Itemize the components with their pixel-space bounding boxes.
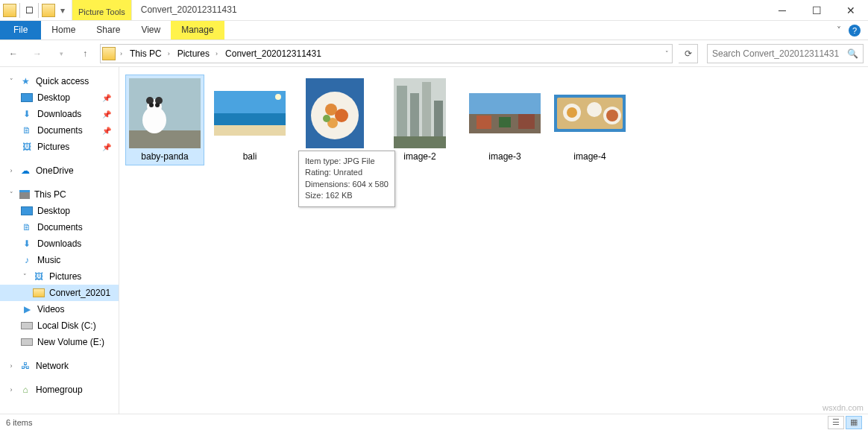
tree-label: Convert_20201	[49, 288, 110, 298]
tab-file[interactable]: File	[0, 21, 41, 39]
maximize-button[interactable]: ☐	[799, 0, 834, 20]
tree-label: Pictures	[49, 271, 81, 282]
folder-icon	[33, 288, 45, 297]
close-button[interactable]: ✕	[834, 0, 868, 20]
pc-icon	[19, 190, 30, 199]
tree-label: Desktop	[37, 206, 70, 216]
tree-label: Documents	[37, 222, 83, 233]
tree-label: Documents	[37, 125, 83, 136]
refresh-button[interactable]: ⟳	[679, 44, 698, 63]
chevron-down-icon[interactable]: ˅	[7, 191, 15, 198]
ribbon-expand-icon[interactable]: ˅	[837, 25, 841, 36]
tab-share[interactable]: Share	[86, 21, 130, 39]
navigation-tree: ˅ ★ Quick access Desktop📌 ⬇Downloads📌 🗎D…	[0, 67, 119, 414]
view-details-button[interactable]: ☰	[828, 416, 844, 429]
thumbnail-image	[554, 95, 626, 132]
documents-icon: 🗎	[21, 221, 33, 233]
status-bar: 6 items ☰ ▦	[0, 414, 868, 430]
chevron-right-icon[interactable]: ›	[166, 50, 172, 57]
tab-manage[interactable]: Manage	[171, 21, 224, 39]
tree-documents[interactable]: 🗎Documents📌	[0, 122, 119, 139]
chevron-right-icon[interactable]: ›	[7, 386, 15, 393]
tree-pc-documents[interactable]: 🗎Documents	[0, 219, 119, 235]
file-name: image-2	[403, 151, 435, 162]
minimize-button[interactable]: ─	[765, 0, 799, 20]
tab-view[interactable]: View	[130, 21, 171, 39]
svg-point-11	[275, 94, 281, 100]
tree-label: Local Disk (C:)	[37, 320, 96, 331]
view-thumbnails-button[interactable]: ▦	[846, 416, 862, 429]
svg-rect-10	[214, 125, 286, 136]
nav-recent-dropdown[interactable]: ▾	[52, 45, 70, 63]
svg-point-17	[323, 115, 330, 122]
qat-new-folder-icon[interactable]	[42, 4, 55, 17]
chevron-down-icon[interactable]: ˅	[21, 273, 28, 280]
qat-properties-icon[interactable]: ☐	[23, 5, 35, 16]
svg-point-35	[606, 110, 618, 121]
breadcrumb-seg[interactable]: Pictures	[173, 48, 213, 59]
tree-this-pc[interactable]: ˅This PC	[0, 186, 119, 203]
svg-rect-24	[469, 93, 541, 114]
breadcrumb-seg[interactable]: Convert_202012311431	[221, 48, 324, 59]
tooltip-line: Size: 162 KB	[305, 190, 389, 201]
tree-label: Downloads	[37, 238, 81, 249]
tree-onedrive[interactable]: ›☁OneDrive	[0, 162, 119, 179]
videos-icon: ▶	[21, 303, 33, 315]
tree-label: Desktop	[37, 92, 70, 103]
chevron-right-icon[interactable]: ›	[7, 362, 15, 370]
address-dropdown-icon[interactable]: ˅	[664, 50, 670, 57]
chevron-right-icon[interactable]: ›	[214, 50, 219, 57]
chevron-down-icon[interactable]: ˅	[7, 78, 15, 85]
svg-rect-9	[214, 113, 286, 127]
search-placeholder: Search Convert_202012311431	[712, 48, 847, 59]
tree-quick-access[interactable]: ˅ ★ Quick access	[0, 73, 119, 89]
tree-pc-music[interactable]: ♪Music	[0, 252, 119, 268]
downloads-icon: ⬇	[21, 238, 33, 250]
thumbnail-image	[469, 93, 541, 133]
help-icon[interactable]: ?	[849, 25, 861, 37]
tree-local-disk-c[interactable]: Local Disk (C:)	[0, 317, 119, 334]
tree-desktop[interactable]: Desktop📌	[0, 89, 119, 106]
documents-icon: 🗎	[21, 124, 33, 136]
tree-network[interactable]: ›🖧Network	[0, 358, 119, 374]
breadcrumb-seg[interactable]: This PC	[125, 48, 165, 59]
file-item[interactable]: baby-panda	[125, 75, 204, 165]
qat-dropdown-icon[interactable]: ▾	[57, 5, 69, 16]
search-input[interactable]: Search Convert_202012311431 🔍	[707, 44, 864, 63]
tree-homegroup[interactable]: ›⌂Homegroup	[0, 382, 119, 398]
file-list[interactable]: baby-panda bali image-1 image-2 image-3 …	[119, 67, 868, 414]
pin-icon: 📌	[102, 127, 111, 135]
tree-pictures[interactable]: 🖼Pictures📌	[0, 139, 119, 155]
drive-icon	[21, 322, 33, 329]
tab-home[interactable]: Home	[41, 21, 86, 39]
tree-label: Videos	[37, 304, 64, 314]
app-folder-icon[interactable]	[3, 4, 16, 17]
tree-pc-downloads[interactable]: ⬇Downloads	[0, 235, 119, 252]
tree-pc-desktop[interactable]: Desktop	[0, 203, 119, 219]
chevron-right-icon[interactable]: ›	[119, 50, 124, 57]
tree-current-folder[interactable]: Convert_20201	[0, 285, 119, 301]
tree-label: Pictures	[37, 142, 69, 152]
tree-label: Homegroup	[36, 385, 83, 395]
svg-point-6	[149, 103, 154, 107]
nav-up-button[interactable]: ↑	[76, 45, 94, 63]
chevron-right-icon[interactable]: ›	[7, 167, 15, 174]
tree-new-volume-e[interactable]: New Volume (E:)	[0, 334, 119, 350]
pictures-icon: 🖼	[33, 271, 45, 282]
nav-back-button[interactable]: ←	[4, 45, 22, 63]
tree-pc-pictures[interactable]: ˅🖼Pictures	[0, 268, 119, 285]
tree-pc-videos[interactable]: ▶Videos	[0, 301, 119, 317]
tree-label: Network	[36, 361, 69, 371]
svg-point-7	[155, 103, 160, 107]
file-name: image-4	[573, 151, 606, 162]
file-item[interactable]: image-4	[550, 75, 629, 165]
tree-downloads[interactable]: ⬇Downloads📌	[0, 106, 119, 122]
file-item[interactable]: image-3	[465, 75, 544, 165]
file-item[interactable]: bali	[210, 75, 289, 165]
tree-label: Quick access	[36, 76, 89, 86]
svg-rect-23	[394, 136, 446, 148]
nav-forward-button[interactable]: →	[28, 45, 46, 63]
file-name: image-3	[488, 151, 521, 162]
tree-label: New Volume (E:)	[37, 337, 104, 347]
address-bar[interactable]: › This PC › Pictures › Convert_202012311…	[100, 44, 673, 63]
